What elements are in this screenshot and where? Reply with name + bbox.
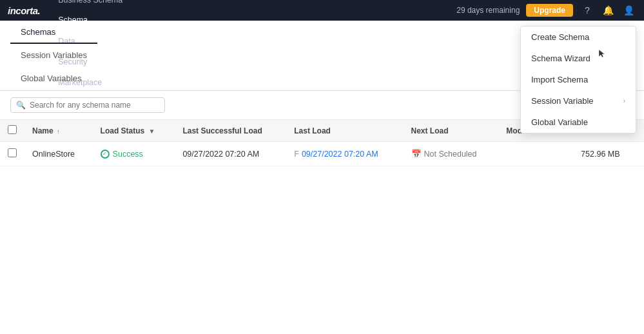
load-status-filter-icon[interactable]: ▼ — [149, 128, 155, 135]
calendar-icon: 📅 — [411, 150, 422, 159]
search-icon: 🔍 — [16, 101, 26, 110]
brand-logo: incorta. — [8, 5, 40, 16]
dropdown-item-session-variable[interactable]: Session Variable› — [521, 90, 636, 112]
upgrade-button[interactable]: Upgrade — [526, 4, 573, 17]
dropdown-item-label: Session Variable — [531, 96, 594, 106]
status-success-badge: ✓Success — [101, 150, 168, 159]
col-checkbox — [0, 120, 24, 142]
col-next-load: Next Load — [404, 120, 499, 142]
row-name: OnlineStore — [24, 142, 93, 166]
col-last-successful-load: Last Successful Load — [175, 120, 286, 142]
row-checkbox-cell — [0, 142, 24, 166]
last-load-link[interactable]: 09/27/2022 07:20 AM — [302, 150, 378, 159]
tab-session-variables[interactable]: Session Variables — [10, 44, 97, 67]
col-load-status: Load Status ▼ — [93, 120, 175, 142]
last-load-flag: F — [294, 150, 299, 159]
dropdown-item-create-schema[interactable]: Create Schema — [521, 26, 636, 48]
row-last-successful-load: 09/27/2022 07:20 AM — [175, 142, 286, 166]
days-remaining: 29 days remaining — [456, 6, 520, 15]
dropdown-item-label: Import Schema — [531, 75, 588, 84]
dropdown-item-label: Global Variable — [531, 117, 588, 127]
dropdown-item-label: Schema Wizard — [531, 54, 590, 63]
row-checkbox[interactable] — [8, 148, 17, 157]
row-data-size: 752.96 MB — [573, 142, 644, 166]
table-row: OnlineStore✓Success09/27/2022 07:20 AMF0… — [0, 142, 644, 166]
col-last-load: Last Load — [286, 120, 403, 142]
row-next-load: 📅Not Scheduled — [404, 142, 499, 166]
table-body: OnlineStore✓Success09/27/2022 07:20 AMF0… — [0, 142, 644, 166]
search-input[interactable] — [30, 101, 159, 110]
next-load-label: Not Scheduled — [424, 150, 477, 159]
select-all-checkbox[interactable] — [8, 125, 17, 134]
notifications-icon[interactable]: 🔔 — [600, 3, 616, 18]
user-icon[interactable]: 👤 — [621, 3, 636, 18]
name-sort-icon[interactable]: ↑ — [57, 128, 60, 135]
col-name: Name ↑ — [24, 120, 93, 142]
nav-item-business-schema[interactable]: Business Schema — [50, 0, 130, 10]
tabs-container: SchemasSession VariablesGlobal Variables — [10, 21, 97, 90]
dropdown-item-global-variable[interactable]: Global Variable — [521, 112, 636, 133]
tab-global-variables[interactable]: Global Variables — [10, 67, 97, 90]
chevron-right-icon: › — [623, 97, 625, 104]
tab-schemas[interactable]: Schemas — [10, 21, 97, 44]
help-icon[interactable]: ? — [580, 3, 595, 18]
status-dot-icon: ✓ — [101, 150, 110, 159]
nav-icon-group: ? 🔔 👤 — [580, 3, 636, 18]
row-load-status: ✓Success — [93, 142, 175, 166]
status-label: Success — [113, 150, 143, 159]
dropdown-items: Create SchemaSchema WizardImport SchemaS… — [521, 26, 636, 133]
dropdown-item-import-schema[interactable]: Import Schema — [521, 69, 636, 90]
search-box[interactable]: 🔍 — [10, 97, 165, 113]
dropdown-menu: Create SchemaSchema WizardImport SchemaS… — [520, 26, 636, 133]
dropdown-item-label: Create Schema — [531, 32, 589, 42]
dropdown-item-schema-wizard[interactable]: Schema Wizard — [521, 48, 636, 69]
row-model-status — [498, 142, 573, 166]
row-last-load: F09/27/2022 07:20 AM — [286, 142, 403, 166]
nav-bar: incorta. HomeContentSchedulerBusiness Sc… — [0, 0, 644, 21]
